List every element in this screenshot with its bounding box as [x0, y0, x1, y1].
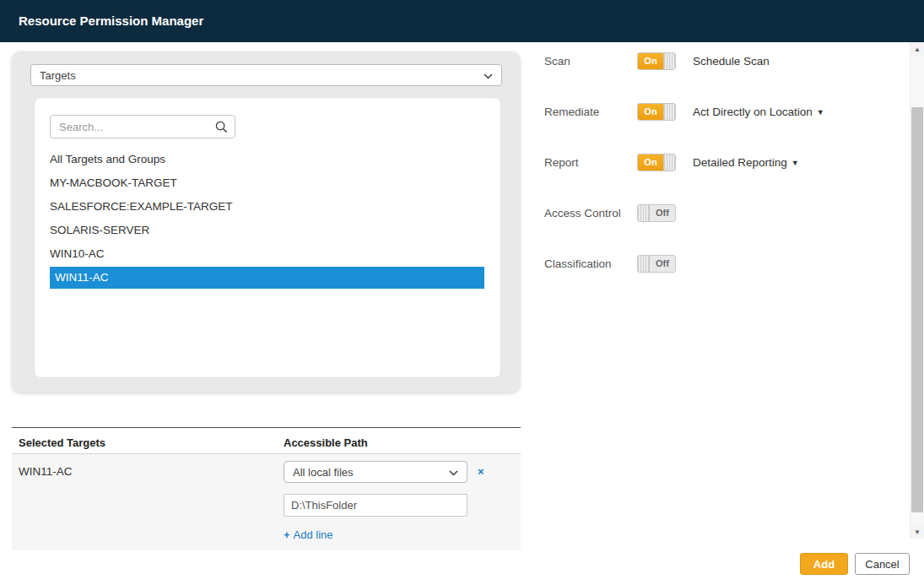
toggle-handle [663, 104, 675, 120]
vertical-scrollbar[interactable]: ▲ ▼ [910, 42, 924, 539]
column-header-selected-targets: Selected Targets [19, 436, 105, 449]
toggle-handle [638, 256, 650, 272]
remediate-toggle[interactable]: On [637, 103, 676, 121]
page-title: Resource Permission Manager [0, 0, 924, 42]
search-box [50, 115, 235, 138]
path-type-value: All local files [293, 466, 354, 479]
add-line-link[interactable]: +Add line [284, 528, 333, 541]
classification-label: Classification [544, 257, 637, 270]
plus-icon: + [284, 528, 290, 541]
target-item-my-macbook-target[interactable]: MY-MACBOOK-TARGET [35, 171, 500, 195]
targets-list-panel: All Targets and Groups MY-MACBOOK-TARGET… [34, 97, 501, 378]
add-button[interactable]: Add [800, 553, 848, 575]
classification-toggle[interactable]: Off [637, 255, 676, 273]
targets-panel: Targets All Targets and Groups MY-MACBOO… [12, 51, 520, 393]
scan-label: Scan [544, 55, 637, 68]
target-item-win10-ac[interactable]: WIN10-AC [35, 242, 500, 266]
view-select-value: Targets [40, 69, 76, 82]
toggle-handle [663, 154, 675, 171]
access-control-label: Access Control [544, 207, 637, 219]
target-item-solaris-server[interactable]: SOLARIS-SERVER [35, 219, 500, 242]
schedule-scan-label: Schedule Scan [693, 55, 770, 68]
selected-target-name: WIN11-AC [19, 465, 73, 478]
search-input[interactable] [50, 115, 235, 138]
path-input[interactable] [284, 494, 467, 517]
title-bar: Resource Permission Manager [0, 0, 924, 42]
target-item-all-targets-and-groups[interactable]: All Targets and Groups [35, 148, 500, 171]
chevron-down-icon [449, 466, 458, 479]
report-mode-dropdown[interactable]: Detailed Reporting▼ [693, 156, 799, 169]
chevron-down-icon [484, 69, 493, 82]
scroll-up-button[interactable]: ▲ [910, 42, 924, 56]
caret-down-icon: ▼ [792, 159, 799, 167]
caret-down-icon: ▼ [817, 108, 824, 116]
report-label: Report [544, 156, 637, 169]
scan-toggle[interactable]: On [637, 52, 676, 70]
add-line-label: Add line [294, 528, 333, 541]
remediate-label: Remediate [544, 106, 637, 118]
path-type-select[interactable]: All local files [284, 461, 467, 483]
option-row-classification: Classification Off [544, 253, 676, 274]
toggle-off-label: Off [650, 205, 675, 221]
search-icon [215, 121, 228, 133]
target-item-salesforce-example-target[interactable]: SALESFORCE:EXAMPLE-TARGET [35, 195, 500, 219]
option-row-report: Report On Detailed Reporting▼ [544, 152, 799, 172]
scrollbar-thumb[interactable] [911, 107, 923, 512]
toggle-on-label: On [638, 104, 663, 120]
option-row-scan: Scan On Schedule Scan [544, 51, 770, 71]
view-select[interactable]: Targets [30, 64, 502, 86]
target-list: All Targets and Groups MY-MACBOOK-TARGET… [35, 148, 500, 290]
report-toggle[interactable]: On [637, 154, 676, 171]
scrollbar-track[interactable] [910, 56, 924, 525]
option-row-access-control: Access Control Off [544, 203, 676, 223]
target-item-win11-ac-selected[interactable]: WIN11-AC [50, 267, 484, 289]
toggle-off-label: Off [650, 256, 675, 272]
scroll-down-button[interactable]: ▼ [910, 525, 924, 539]
toggle-on-label: On [638, 154, 663, 171]
access-control-toggle[interactable]: Off [637, 204, 676, 222]
section-divider [12, 427, 521, 428]
remove-path-button[interactable]: × [478, 465, 484, 479]
column-header-accessible-path: Accessible Path [284, 436, 368, 449]
toggle-on-label: On [638, 53, 663, 69]
remediate-mode-value: Act Directly on Location [693, 106, 813, 118]
remediate-mode-dropdown[interactable]: Act Directly on Location▼ [693, 106, 824, 118]
cancel-button[interactable]: Cancel [855, 553, 910, 575]
toggle-handle [638, 205, 650, 221]
option-row-remediate: Remediate On Act Directly on Location▼ [544, 101, 824, 122]
report-mode-value: Detailed Reporting [693, 156, 787, 169]
toggle-handle [663, 53, 675, 69]
